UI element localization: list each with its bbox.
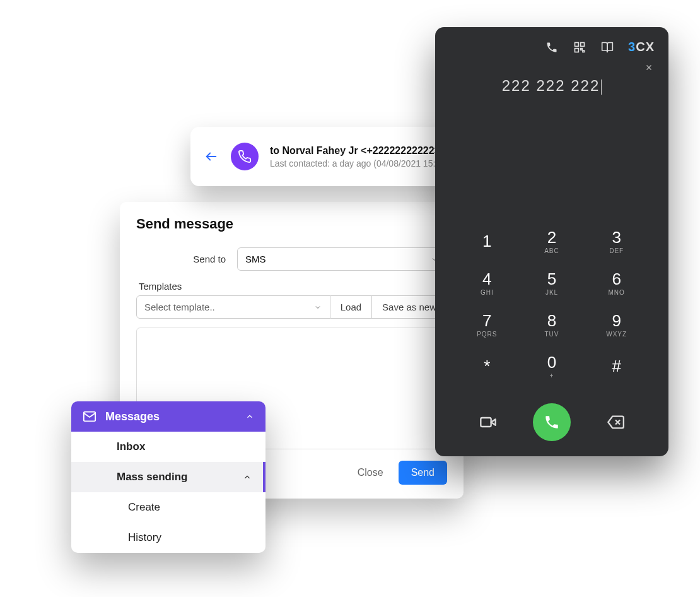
digit: 7 — [482, 312, 491, 329]
send-to-value: SMS — [245, 254, 266, 264]
chevron-up-icon — [245, 412, 254, 421]
dialer-number-display[interactable]: 222 222 222 — [443, 74, 661, 105]
digit: 3 — [612, 229, 621, 245]
svg-rect-4 — [575, 48, 579, 52]
svg-rect-9 — [481, 418, 491, 427]
key-6[interactable]: 6MNO — [586, 266, 647, 302]
brand-part2: CX — [636, 40, 655, 54]
menu-item-create[interactable]: Create — [71, 492, 265, 523]
dialer-topbar: 3CX — [443, 37, 661, 61]
letters: ABC — [544, 247, 559, 254]
key-2[interactable]: 2ABC — [522, 224, 583, 261]
digit: 2 — [547, 229, 556, 245]
dialer-panel: 3CX 222 222 222 1 2ABC 3DEF 4GHI 5JKL 6M… — [435, 27, 668, 456]
key-5[interactable]: 5JKL — [522, 266, 583, 302]
back-arrow-icon[interactable] — [203, 148, 219, 165]
letters: GHI — [481, 289, 494, 296]
templates-label: Templates — [139, 281, 447, 292]
template-placeholder: Select template.. — [144, 302, 215, 312]
chevron-up-icon — [243, 473, 252, 482]
letters: WXYZ — [606, 331, 627, 338]
send-to-select[interactable]: SMS — [237, 247, 447, 271]
menu-item-inbox[interactable]: Inbox — [71, 432, 265, 462]
key-8[interactable]: 8TUV — [522, 307, 583, 344]
templates-row: Select template.. Load Save as new — [136, 295, 447, 319]
send-to-row: Send to SMS — [136, 247, 447, 271]
qr-icon[interactable] — [573, 40, 586, 54]
svg-rect-2 — [575, 42, 579, 46]
contact-avatar — [231, 143, 259, 170]
messages-header[interactable]: Messages — [71, 401, 265, 432]
book-icon[interactable] — [600, 40, 614, 54]
templates-block: Templates Select template.. Load Save as… — [136, 281, 447, 319]
chevron-down-icon — [313, 303, 322, 312]
digit: 5 — [547, 271, 556, 287]
letters: + — [550, 372, 554, 379]
phone-icon[interactable] — [545, 40, 559, 54]
key-0[interactable]: 0+ — [522, 349, 583, 386]
load-template-button[interactable]: Load — [330, 295, 372, 319]
send-to-label: Send to — [136, 254, 237, 264]
svg-rect-3 — [581, 42, 585, 46]
video-icon[interactable] — [477, 411, 499, 433]
letters: DEF — [609, 247, 624, 254]
menu-item-label: Mass sending — [117, 471, 187, 483]
digit: 0 — [547, 354, 556, 370]
digit: * — [484, 358, 490, 374]
digit: 9 — [612, 312, 621, 329]
close-button[interactable]: Close — [351, 462, 390, 483]
send-message-title: Send message — [136, 216, 447, 232]
brand-logo: 3CX — [628, 40, 655, 54]
keypad-wrap: 1 2ABC 3DEF 4GHI 5JKL 6MNO 7PQRS 8TUV 9W… — [443, 105, 661, 441]
dialer-close-icon[interactable] — [637, 61, 661, 74]
messages-panel: Messages Inbox Mass sending Create Histo… — [71, 401, 265, 553]
menu-item-history[interactable]: History — [71, 523, 265, 553]
letters: MNO — [608, 289, 624, 296]
svg-rect-5 — [581, 48, 583, 50]
brand-part1: 3 — [628, 40, 636, 54]
key-3[interactable]: 3DEF — [586, 224, 647, 261]
mail-icon — [83, 410, 96, 423]
send-button[interactable]: Send — [399, 461, 447, 485]
messages-title: Messages — [105, 410, 236, 423]
key-7[interactable]: 7PQRS — [457, 307, 518, 344]
svg-rect-6 — [583, 50, 585, 52]
letters: TUV — [544, 331, 559, 338]
menu-item-mass-sending[interactable]: Mass sending — [71, 462, 265, 492]
letters: JKL — [545, 289, 558, 296]
digit: 4 — [482, 271, 491, 287]
keypad: 1 2ABC 3DEF 4GHI 5JKL 6MNO 7PQRS 8TUV 9W… — [443, 218, 661, 397]
dialer-actions — [443, 397, 661, 441]
key-9[interactable]: 9WXYZ — [586, 307, 647, 344]
key-1[interactable]: 1 — [457, 224, 518, 261]
digit: # — [612, 358, 621, 374]
letters: PQRS — [477, 331, 497, 338]
digit: 1 — [482, 233, 491, 249]
backspace-icon[interactable] — [605, 411, 626, 433]
key-4[interactable]: 4GHI — [457, 266, 518, 302]
call-button[interactable] — [533, 403, 571, 441]
digit: 6 — [612, 271, 621, 287]
key-hash[interactable]: # — [586, 349, 647, 386]
template-select[interactable]: Select template.. — [136, 295, 330, 319]
key-star[interactable]: * — [457, 349, 518, 386]
digit: 8 — [547, 312, 556, 329]
